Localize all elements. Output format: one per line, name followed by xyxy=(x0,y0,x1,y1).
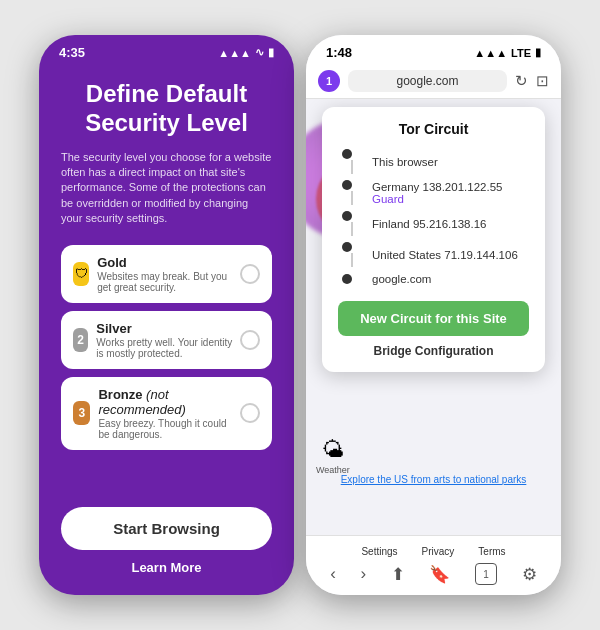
tab-icon[interactable]: ⊡ xyxy=(536,72,549,90)
signal-icon: ▲▲▲ xyxy=(218,47,251,59)
circuit-dot-2 xyxy=(342,180,352,190)
left-status-icons: ▲▲▲ ∿ ▮ xyxy=(218,46,274,59)
bronze-desc: Easy breezy. Though it could be dangerou… xyxy=(98,418,240,440)
phone-left: 4:35 ▲▲▲ ∿ ▮ Define Default Security Lev… xyxy=(39,35,294,595)
bridge-config-link[interactable]: Bridge Configuration xyxy=(338,344,529,358)
right-signal-icon: ▲▲▲ xyxy=(474,47,507,59)
silver-badge: 2 xyxy=(73,328,88,352)
main-container: 4:35 ▲▲▲ ∿ ▮ Define Default Security Lev… xyxy=(19,15,581,615)
gold-option[interactable]: 🛡 Gold Websites may break. But you get g… xyxy=(61,245,272,303)
bookmark-button[interactable]: 🔖 xyxy=(429,564,450,585)
phone-right: 1:48 ▲▲▲ LTE ▮ 1 google.com ↻ ⊡ Tor Circ… xyxy=(306,35,561,595)
gold-name: Gold xyxy=(97,255,240,270)
tabs-button[interactable]: 1 xyxy=(475,563,497,585)
silver-name: Silver xyxy=(96,321,240,336)
back-button[interactable]: ‹ xyxy=(330,564,336,584)
wifi-icon: ∿ xyxy=(255,46,264,59)
right-time: 1:48 xyxy=(326,45,352,60)
circuit-item-germany: Germany 138.201.122.55 Guard xyxy=(342,180,529,205)
circuit-item-browser: This browser xyxy=(342,149,529,174)
tor-circuit-popup: Tor Circuit This browser xyxy=(322,107,545,372)
gold-shield-icon: 🛡 xyxy=(75,266,88,281)
bronze-name: Bronze (not recommended) xyxy=(98,387,240,417)
browser-icons: ↻ ⊡ xyxy=(515,72,549,90)
start-browsing-button[interactable]: Start Browsing xyxy=(61,507,272,550)
nav-row: ‹ › ⬆ 🔖 1 ⚙ xyxy=(306,563,561,585)
weather-icon: 🌤 xyxy=(322,437,344,463)
bronze-radio[interactable] xyxy=(240,403,260,423)
share-button[interactable]: ⬆ xyxy=(391,564,405,585)
settings-row: Settings Privacy Terms xyxy=(306,542,561,563)
forward-button[interactable]: › xyxy=(361,564,367,584)
bronze-option[interactable]: 3 Bronze (not recommended) Easy breezy. … xyxy=(61,377,272,450)
circuit-dot-1 xyxy=(342,149,352,159)
circuit-item-finland: Finland 95.216.138.16 xyxy=(342,211,529,236)
learn-more-link[interactable]: Learn More xyxy=(61,560,272,575)
circuit-dot-5 xyxy=(342,274,352,284)
bronze-option-left: 3 Bronze (not recommended) Easy breezy. … xyxy=(73,387,240,440)
silver-desc: Works pretty well. Your identity is most… xyxy=(96,337,240,359)
privacy-link[interactable]: Privacy xyxy=(422,546,455,557)
circuit-item-us: United States 71.19.144.106 xyxy=(342,242,529,267)
tor-badge: 1 xyxy=(318,70,340,92)
left-status-bar: 4:35 ▲▲▲ ∿ ▮ xyxy=(39,35,294,64)
url-bar[interactable]: google.com xyxy=(348,70,507,92)
bronze-badge: 3 xyxy=(73,401,90,425)
left-time: 4:35 xyxy=(59,45,85,60)
new-circuit-button[interactable]: New Circuit for this Site xyxy=(338,301,529,336)
weather-widget: 🌤 Weather xyxy=(316,437,350,475)
right-lte-icon: LTE xyxy=(511,47,531,59)
right-battery-icon: ▮ xyxy=(535,46,541,59)
circuit-label-browser: This browser xyxy=(372,156,438,168)
gold-text: Gold Websites may break. But you get gre… xyxy=(97,255,240,293)
battery-icon: ▮ xyxy=(268,46,274,59)
page-description: The security level you choose for a webs… xyxy=(61,150,272,227)
silver-radio[interactable] xyxy=(240,330,260,350)
page-title: Define Default Security Level xyxy=(61,80,272,138)
left-content: Define Default Security Level The securi… xyxy=(39,64,294,595)
silver-text: Silver Works pretty well. Your identity … xyxy=(96,321,240,359)
gold-radio[interactable] xyxy=(240,264,260,284)
gold-desc: Websites may break. But you get great se… xyxy=(97,271,240,293)
circuit-dot-4 xyxy=(342,242,352,252)
settings-button[interactable]: ⚙ xyxy=(522,564,537,585)
circuit-label-us: United States 71.19.144.106 xyxy=(372,249,518,261)
terms-link[interactable]: Terms xyxy=(478,546,505,557)
bottom-bar: Settings Privacy Terms ‹ › ⬆ 🔖 1 ⚙ xyxy=(306,535,561,595)
bronze-text: Bronze (not recommended) Easy breezy. Th… xyxy=(98,387,240,440)
gold-badge: 🛡 xyxy=(73,262,89,286)
browser-content: Tor Circuit This browser xyxy=(306,99,561,535)
circuit-label-germany: Germany 138.201.122.55 Guard xyxy=(372,181,529,205)
settings-link[interactable]: Settings xyxy=(361,546,397,557)
explore-link[interactable]: Explore the US from arts to national par… xyxy=(341,474,527,485)
refresh-icon[interactable]: ↻ xyxy=(515,72,528,90)
gold-option-left: 🛡 Gold Websites may break. But you get g… xyxy=(73,255,240,293)
circuit-dot-3 xyxy=(342,211,352,221)
popup-title: Tor Circuit xyxy=(338,121,529,137)
right-status-icons: ▲▲▲ LTE ▮ xyxy=(474,46,541,59)
circuit-label-finland: Finland 95.216.138.16 xyxy=(372,218,486,230)
circuit-item-google: google.com xyxy=(342,273,529,285)
silver-option-left: 2 Silver Works pretty well. Your identit… xyxy=(73,321,240,359)
browser-bar: 1 google.com ↻ ⊡ xyxy=(306,64,561,99)
circuit-label-google: google.com xyxy=(372,273,431,285)
silver-option[interactable]: 2 Silver Works pretty well. Your identit… xyxy=(61,311,272,369)
right-status-bar: 1:48 ▲▲▲ LTE ▮ xyxy=(306,35,561,64)
